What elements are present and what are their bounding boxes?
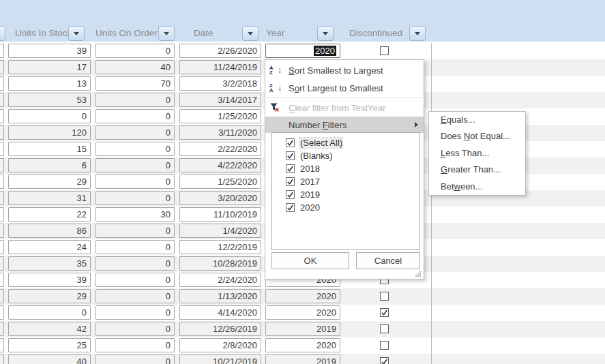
filter-value-item[interactable]: 2019 (272, 188, 419, 201)
cell-date[interactable]: 4/14/2020 (179, 305, 261, 320)
cell-date[interactable]: 2/26/2020 (179, 44, 261, 58)
cell-units-in-stock[interactable]: 35 (8, 256, 91, 271)
cell-units-on-order[interactable]: 0 (95, 158, 175, 172)
cell-fragment[interactable] (0, 44, 4, 58)
cell-date[interactable]: 3/20/2020 (179, 191, 261, 205)
cell-units-on-order[interactable]: 40 (95, 60, 175, 74)
cell-units-in-stock[interactable]: 29 (8, 289, 91, 303)
cell-units-on-order[interactable]: 0 (95, 191, 175, 205)
cell-date[interactable]: 11/24/2019 (179, 60, 261, 74)
filter-value-item[interactable]: 2017 (272, 175, 419, 188)
cell-units-on-order[interactable]: 0 (95, 322, 175, 336)
menu-item-clear-filter[interactable]: Clear filter from TestYear (265, 99, 424, 117)
submenu-item[interactable]: Between... (429, 179, 525, 196)
cell-units-in-stock[interactable]: 22 (8, 207, 91, 222)
cell-units-in-stock[interactable]: 39 (8, 273, 91, 287)
filter-button-units-in-stock[interactable] (68, 26, 85, 41)
cell-year[interactable]: 2020 (265, 305, 340, 320)
discontinued-checkbox[interactable] (380, 308, 389, 317)
cell-year[interactable]: 2020 (265, 44, 340, 58)
cell-fragment[interactable] (0, 322, 4, 336)
cell-units-on-order[interactable]: 0 (95, 44, 175, 58)
cell-fragment[interactable] (0, 207, 4, 222)
filter-value-item[interactable]: 2018 (272, 162, 419, 175)
filter-value-checkbox[interactable] (286, 164, 295, 173)
cell-units-in-stock[interactable]: 0 (8, 305, 91, 320)
cell-units-on-order[interactable]: 0 (95, 125, 175, 140)
cell-units-in-stock[interactable]: 15 (8, 142, 91, 156)
cell-date[interactable]: 3/2/2018 (179, 76, 261, 91)
cell-units-on-order[interactable]: 30 (95, 207, 175, 222)
submenu-item[interactable]: Does Not Equal... (429, 128, 525, 145)
submenu-item[interactable]: Less Than... (429, 145, 525, 162)
filter-button-units-on-order[interactable] (158, 26, 175, 41)
cell-units-in-stock[interactable]: 29 (8, 175, 91, 189)
discontinued-checkbox[interactable] (380, 46, 389, 55)
cell-units-in-stock[interactable]: 86 (8, 224, 91, 238)
cell-fragment[interactable] (0, 338, 4, 352)
cell-fragment[interactable] (0, 76, 4, 91)
cell-year[interactable]: 2019 (265, 354, 340, 364)
filter-value-checkbox[interactable] (286, 190, 295, 199)
cell-date[interactable]: 2/24/2020 (179, 273, 261, 287)
cell-units-in-stock[interactable]: 40 (8, 354, 91, 364)
discontinued-checkbox[interactable] (380, 324, 389, 333)
cell-units-on-order[interactable]: 0 (95, 109, 175, 123)
cell-date[interactable]: 10/21/2019 (179, 354, 261, 364)
cell-date[interactable]: 3/14/2017 (179, 93, 261, 107)
cell-units-in-stock[interactable]: 0 (8, 109, 91, 123)
cell-year[interactable]: 2019 (265, 322, 340, 336)
filter-button-year[interactable] (317, 26, 334, 41)
cell-fragment[interactable] (0, 125, 4, 140)
cell-units-in-stock[interactable]: 42 (8, 322, 91, 336)
cell-fragment[interactable] (0, 142, 4, 156)
cell-fragment[interactable] (0, 93, 4, 107)
cell-date[interactable]: 1/4/2020 (179, 224, 261, 238)
filter-value-checkbox[interactable] (286, 203, 295, 212)
cell-date[interactable]: 12/26/2019 (179, 322, 261, 336)
cell-fragment[interactable] (0, 224, 4, 238)
cell-units-in-stock[interactable]: 25 (8, 338, 91, 352)
filter-value-item[interactable]: (Select All) (272, 136, 419, 149)
cell-fragment[interactable] (0, 240, 4, 254)
menu-item-number-filters[interactable]: Number Filters (265, 117, 424, 133)
cell-date[interactable]: 3/11/2020 (179, 125, 261, 140)
cell-date[interactable]: 11/10/2019 (179, 207, 261, 222)
cell-date[interactable]: 1/25/2020 (179, 175, 261, 189)
cell-units-on-order[interactable]: 0 (95, 175, 175, 189)
cell-units-on-order[interactable]: 70 (95, 76, 175, 91)
cell-units-on-order[interactable]: 0 (95, 305, 175, 320)
menu-item-sort-smallest-to-largest[interactable]: AZ ↓ Sort Smallest to Largest (265, 61, 424, 79)
cell-units-on-order[interactable]: 0 (95, 224, 175, 238)
cell-fragment[interactable] (0, 305, 4, 320)
ok-button[interactable]: OK (271, 252, 349, 269)
cell-units-on-order[interactable]: 0 (95, 240, 175, 254)
submenu-item[interactable]: Greater Than... (429, 162, 525, 179)
cell-date[interactable]: 12/2/2019 (179, 240, 261, 254)
cell-units-in-stock[interactable]: 17 (8, 60, 91, 74)
cell-fragment[interactable] (0, 273, 4, 287)
cell-date[interactable]: 2/8/2020 (179, 338, 261, 352)
filter-button-discontinued[interactable] (409, 26, 426, 41)
cell-units-on-order[interactable]: 0 (95, 338, 175, 352)
cell-units-in-stock[interactable]: 120 (8, 125, 91, 140)
filter-value-item[interactable]: 2020 (272, 201, 419, 214)
resize-grip[interactable] (414, 270, 421, 277)
cell-fragment[interactable] (0, 256, 4, 271)
filter-value-checkbox[interactable] (286, 177, 295, 186)
discontinued-checkbox[interactable] (380, 341, 389, 350)
filter-button-cropped-column[interactable] (0, 26, 5, 41)
cell-year[interactable]: 2020 (265, 338, 340, 352)
filter-button-date[interactable] (242, 26, 259, 41)
cell-units-in-stock[interactable]: 13 (8, 76, 91, 91)
filter-value-checkbox[interactable] (286, 138, 295, 147)
cell-units-in-stock[interactable]: 6 (8, 158, 91, 172)
cell-fragment[interactable] (0, 60, 4, 74)
cell-units-on-order[interactable]: 0 (95, 354, 175, 364)
discontinued-checkbox[interactable] (380, 357, 389, 364)
cell-units-on-order[interactable]: 0 (95, 256, 175, 271)
cell-date[interactable]: 1/13/2020 (179, 289, 261, 303)
filter-value-item[interactable]: (Blanks) (272, 149, 419, 162)
cell-units-on-order[interactable]: 0 (95, 142, 175, 156)
cell-date[interactable]: 4/22/2020 (179, 158, 261, 172)
